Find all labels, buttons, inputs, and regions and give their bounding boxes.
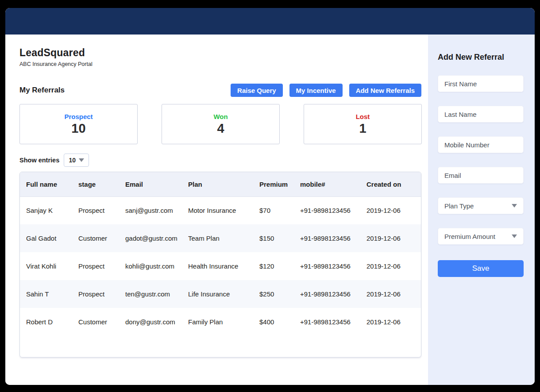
table-header-row: Full namestageEmailPlanPremiummobile#Cre… [20, 172, 421, 196]
top-navigation-bar [5, 8, 535, 35]
table-cell: $250 [254, 280, 300, 308]
table-row: Sanjay KProspectsanj@gustr.comMotor Insu… [20, 196, 421, 224]
main-panel: LeadSquared ABC Insurance Agency Portal … [5, 35, 428, 385]
table-cell: 2019-12-06 [366, 196, 421, 224]
mobile-number-input[interactable] [438, 137, 523, 153]
table-cell: kohli@gustr.com [125, 252, 188, 280]
referrals-table: Full namestageEmailPlanPremiummobile#Cre… [20, 172, 421, 336]
stat-card-won: Won 4 [162, 104, 280, 144]
table-cell: sanj@gustr.com [125, 196, 188, 224]
stat-label-prospect: Prospect [64, 113, 93, 120]
first-name-field-wrap [438, 75, 524, 92]
table-cell: gadot@gustr.com [125, 224, 188, 252]
table-cell: +91-9898123456 [300, 224, 366, 252]
email-field-wrap [438, 167, 524, 184]
show-entries-label: Show entries [19, 157, 59, 164]
table-cell: Family Plan [188, 308, 254, 336]
table-cell: +91-9898123456 [300, 196, 366, 224]
my-incentive-button[interactable]: My Incentive [289, 84, 343, 97]
column-header: Full name [20, 172, 78, 196]
raise-query-button[interactable]: Raise Query [231, 84, 283, 97]
table-cell: 2019-12-06 [366, 252, 421, 280]
add-referral-sidebar: Add New Referral Plan Type Premium Amoun… [428, 35, 535, 385]
email-input[interactable] [438, 167, 523, 183]
chevron-down-icon [512, 204, 517, 208]
content-area: LeadSquared ABC Insurance Agency Portal … [5, 35, 535, 385]
save-button[interactable]: Save [438, 260, 524, 277]
table-cell: Motor Insurance [188, 196, 254, 224]
table-cell: Gal Gadot [20, 224, 78, 252]
entries-count-value: 10 [69, 157, 76, 164]
stat-value-prospect: 10 [71, 122, 85, 135]
sidebar-heading: Add New Referral [438, 53, 524, 62]
table-cell: $400 [254, 308, 300, 336]
column-header: Email [125, 172, 188, 196]
table-body: Sanjay KProspectsanj@gustr.comMotor Insu… [20, 196, 421, 336]
referrals-table-card: Full namestageEmailPlanPremiummobile#Cre… [19, 172, 421, 357]
add-new-referrals-button[interactable]: Add New Referrals [349, 84, 421, 97]
referrals-header-row: My Referrals Raise Query My Incentive Ad… [19, 84, 421, 97]
column-header: mobile# [300, 172, 366, 196]
table-row: Gal GadotCustomergadot@gustr.comTeam Pla… [20, 224, 421, 252]
table-head: Full namestageEmailPlanPremiummobile#Cre… [20, 172, 421, 196]
table-cell: Virat Kohli [20, 252, 78, 280]
table-cell: Team Plan [188, 224, 254, 252]
table-cell: 2019-12-06 [366, 280, 421, 308]
column-header: Premium [254, 172, 300, 196]
table-cell: Customer [78, 224, 125, 252]
table-cell: Prospect [78, 196, 125, 224]
show-entries-row: Show entries 10 [19, 154, 421, 167]
first-name-input[interactable] [438, 76, 523, 92]
table-cell: $70 [254, 196, 300, 224]
stat-card-prospect: Prospect 10 [19, 104, 138, 144]
stat-label-lost: Lost [356, 113, 370, 120]
table-cell: Prospect [78, 252, 125, 280]
page-title: LeadSquared [19, 47, 421, 59]
stat-label-won: Won [213, 113, 228, 120]
table-cell: $120 [254, 252, 300, 280]
table-cell: Robert D [20, 308, 78, 336]
action-buttons: Raise Query My Incentive Add New Referra… [231, 84, 421, 97]
chevron-down-icon [512, 234, 517, 238]
table-cell: Sanjay K [20, 196, 78, 224]
table-cell: Sahin T [20, 280, 78, 308]
last-name-input[interactable] [438, 106, 523, 122]
app-window: LeadSquared ABC Insurance Agency Portal … [5, 8, 535, 385]
table-cell: +91-9898123456 [300, 308, 366, 336]
plan-type-select[interactable]: Plan Type [438, 197, 524, 214]
my-referrals-heading: My Referrals [19, 86, 65, 95]
table-cell: +91-9898123456 [300, 252, 366, 280]
stat-value-won: 4 [217, 122, 224, 135]
table-cell: Prospect [78, 280, 125, 308]
table-cell: Health Insurance [188, 252, 254, 280]
table-cell: Customer [78, 308, 125, 336]
table-cell: 2019-12-06 [366, 224, 421, 252]
table-row: Sahin TProspectten@gustr.comLife Insuran… [20, 280, 421, 308]
table-cell: +91-9898123456 [300, 280, 366, 308]
table-row: Robert DCustomerdony@gustr.comFamily Pla… [20, 308, 421, 336]
mobile-number-field-wrap [438, 136, 524, 153]
column-header: stage [78, 172, 125, 196]
table-cell: Life Insurance [188, 280, 254, 308]
table-row: Virat KohliProspectkohli@gustr.comHealth… [20, 252, 421, 280]
table-cell: $150 [254, 224, 300, 252]
chevron-down-icon [79, 158, 84, 162]
last-name-field-wrap [438, 106, 524, 123]
stat-card-lost: Lost 1 [304, 104, 422, 144]
entries-count-dropdown[interactable]: 10 [64, 154, 89, 167]
column-header: Plan [188, 172, 254, 196]
table-cell: 2019-12-06 [366, 308, 421, 336]
premium-amount-select[interactable]: Premium Amount [438, 228, 524, 245]
stats-row: Prospect 10 Won 4 Lost 1 [19, 104, 422, 144]
table-cell: dony@gustr.com [125, 308, 188, 336]
premium-amount-value: Premium Amount [444, 233, 495, 240]
plan-type-value: Plan Type [444, 202, 474, 210]
table-cell: ten@gustr.com [125, 280, 188, 308]
column-header: Created on [366, 172, 421, 196]
page-subtitle: ABC Insurance Agency Portal [19, 61, 421, 67]
stat-value-lost: 1 [359, 122, 366, 135]
